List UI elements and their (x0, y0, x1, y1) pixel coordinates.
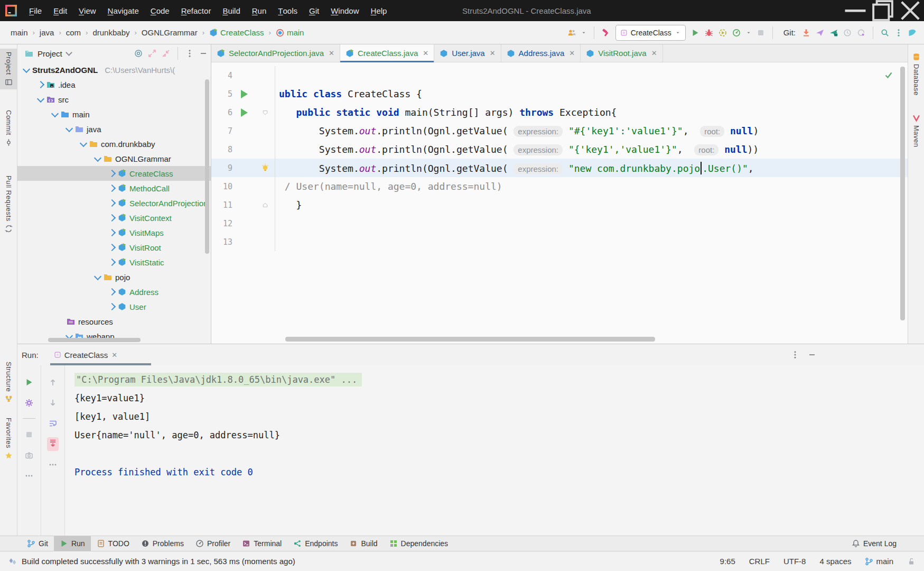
stripe-button-pull-requests[interactable]: Pull Requests (0, 172, 17, 236)
status-widget-4-spaces[interactable]: 4 spaces (819, 557, 851, 566)
chevron-right-icon[interactable] (37, 81, 44, 88)
chevron-right-icon[interactable] (108, 214, 116, 222)
tree-item-resources[interactable]: resources (17, 314, 211, 329)
editor-vertical-scrollbar[interactable] (900, 67, 905, 320)
caret-down-icon[interactable] (746, 30, 751, 35)
git-branch-widget[interactable]: main (865, 557, 893, 566)
tree-item-pojo[interactable]: pojo (17, 270, 211, 284)
menu-build[interactable]: Build (217, 0, 246, 21)
chevron-right-icon[interactable] (108, 229, 116, 236)
tree-item-visitroot[interactable]: VisitRoot (17, 240, 211, 255)
minus-icon[interactable] (199, 49, 208, 58)
menu-git[interactable]: Git (303, 0, 325, 21)
camera-icon[interactable] (25, 451, 33, 459)
status-message[interactable]: Build completed successfully with 3 warn… (22, 557, 295, 566)
restore-button[interactable] (869, 0, 897, 21)
breadcrumb-item-ognlgrammar[interactable]: OGNLGrammar (141, 27, 199, 38)
toolwindow-button-run[interactable]: Run (54, 536, 91, 551)
search-icon[interactable] (881, 29, 889, 37)
arrow-expand-icon[interactable] (148, 49, 156, 58)
tree-item-java[interactable]: java (17, 122, 211, 136)
tree-item-visitstatic[interactable]: VisitStatic (17, 255, 211, 270)
caret-down-icon[interactable] (581, 30, 586, 35)
stop-icon[interactable] (25, 430, 33, 439)
editor-tab-user-java[interactable]: User.java✕ (434, 44, 501, 62)
status-widget-crlf[interactable]: CRLF (749, 557, 770, 566)
editor-tab-createclass-java[interactable]: CreateClass.java✕ (340, 44, 434, 62)
more-h-icon[interactable] (25, 472, 33, 480)
chevron-right-icon[interactable] (108, 259, 116, 266)
menu-view[interactable]: View (73, 0, 102, 21)
scroll-to-end-active[interactable] (47, 437, 59, 451)
tree-item-struts2andognl[interactable]: Struts2AndOGNLC:\Users\VanHurts\( (17, 62, 211, 77)
stop-icon[interactable] (757, 29, 765, 37)
hammer-icon[interactable] (602, 29, 610, 37)
tab-close-icon[interactable]: ✕ (490, 49, 496, 57)
toolwindow-button-endpoints[interactable]: Endpoints (287, 536, 343, 551)
menu-file[interactable]: File (23, 0, 48, 21)
up-icon[interactable] (49, 378, 57, 386)
push-teal-icon[interactable] (829, 29, 838, 37)
tree-item-user[interactable]: User (17, 299, 211, 314)
close-button[interactable] (897, 0, 924, 21)
breadcrumb-item-java[interactable]: java (39, 27, 55, 38)
chevron-down-icon[interactable] (51, 109, 59, 117)
stripe-button-commit[interactable]: Commit (0, 107, 17, 150)
breadcrumb-item-main[interactable]: main (275, 27, 305, 38)
menu-edit[interactable]: Edit (48, 0, 73, 21)
chevron-down-icon[interactable] (80, 139, 87, 146)
inspections-ok-check-icon[interactable] (884, 71, 893, 79)
breadcrumb-item-createclass[interactable]: CreateClass (208, 27, 265, 38)
gear-icon[interactable] (25, 399, 33, 407)
run-console[interactable]: "C:\Program Files\Java\jdk1.8.0_65\bin\j… (65, 365, 924, 536)
tree-horizontal-scrollbar[interactable] (48, 338, 141, 342)
tab-close-icon[interactable]: ✕ (329, 49, 334, 57)
tree-item-methodcall[interactable]: MethodCall (17, 181, 211, 196)
tree-item-visitmaps[interactable]: VisitMaps (17, 225, 211, 240)
editor-tab-visitroot-java[interactable]: VisitRoot.java✕ (581, 44, 662, 62)
chevron-down-icon[interactable] (66, 124, 73, 132)
ide-mini-icon[interactable] (908, 29, 917, 37)
minus-icon[interactable] (808, 351, 816, 359)
fold-up-icon[interactable] (262, 202, 268, 208)
tab-close-icon[interactable]: ✕ (569, 49, 575, 57)
arrow-collapse-icon[interactable] (162, 49, 170, 58)
breadcrumb-item-com[interactable]: com (65, 27, 82, 38)
menu-refactor[interactable]: Refactor (175, 0, 217, 21)
stripe-button-maven[interactable]: Maven (908, 111, 924, 151)
kebab-gray-icon[interactable] (185, 49, 194, 58)
tree-item-main[interactable]: main (17, 107, 211, 122)
menu-code[interactable]: Code (145, 0, 175, 21)
kebab-teal-icon[interactable] (894, 29, 903, 37)
toolwindow-button-profiler[interactable]: Profiler (190, 536, 236, 551)
stripe-button-project[interactable]: Project (0, 49, 17, 89)
chevron-down-icon[interactable] (94, 272, 101, 280)
rollback-icon[interactable] (857, 29, 865, 37)
kebab-gray-icon[interactable] (791, 351, 799, 359)
tree-item-address[interactable]: Address (17, 284, 211, 299)
menu-run[interactable]: Run (246, 0, 273, 21)
stripe-button-database[interactable]: Database (908, 50, 924, 99)
coverage-icon[interactable] (718, 29, 727, 37)
tree-item-com.drunkbaby[interactable]: com.drunkbaby (17, 136, 211, 151)
menu-help[interactable]: Help (365, 0, 393, 21)
bulb-icon[interactable] (261, 164, 269, 172)
minimize-button[interactable] (842, 0, 869, 21)
toolwindow-button-todo[interactable]: TODO (91, 536, 135, 551)
toolwindow-button-build[interactable]: Build (343, 536, 383, 551)
project-panel-title[interactable]: Project (38, 49, 62, 58)
chevron-down-icon[interactable] (23, 65, 30, 72)
chevron-right-icon[interactable] (108, 303, 116, 310)
chevron-right-icon[interactable] (108, 170, 116, 177)
tab-close-icon[interactable]: ✕ (423, 49, 428, 57)
run-line-icon[interactable] (241, 90, 248, 98)
clock-icon[interactable] (843, 29, 852, 37)
chevron-down-icon[interactable] (94, 154, 101, 161)
tree-item-ognlgrammar[interactable]: OGNLGrammar (17, 151, 211, 166)
play-icon[interactable] (25, 378, 33, 386)
event-log-button[interactable]: Event Log (846, 536, 924, 551)
tree-item-.idea[interactable]: .idea (17, 77, 211, 92)
fold-down-icon[interactable] (262, 109, 268, 116)
more-h-icon[interactable] (49, 461, 57, 469)
update-icon[interactable] (802, 29, 810, 37)
